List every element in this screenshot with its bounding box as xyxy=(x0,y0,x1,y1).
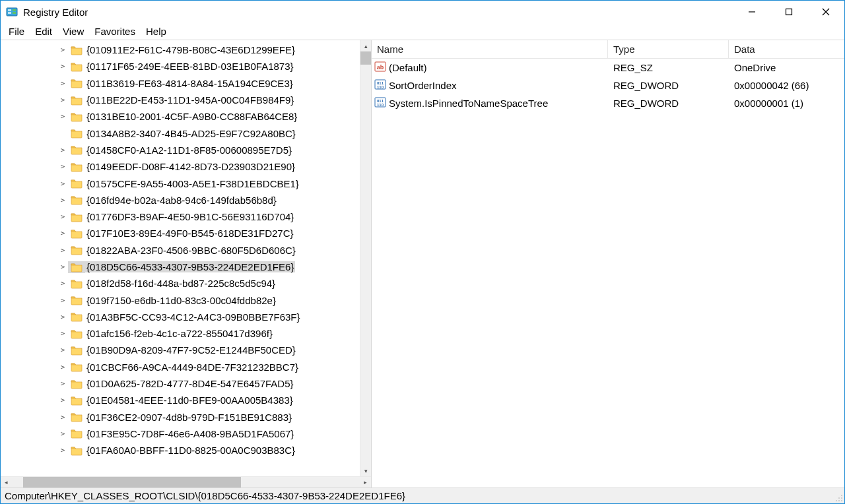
expander-icon[interactable]: > xyxy=(57,379,68,388)
tree-node[interactable]: >{011BE22D-E453-11D1-945A-00C04FB984F9} xyxy=(1,92,360,108)
value-row[interactable]: 011110System.IsPinnedToNameSpaceTreeREG_… xyxy=(372,94,844,112)
tree-node[interactable]: >{01CBCF66-A9CA-4449-84DE-7F321232BBC7} xyxy=(1,359,360,375)
close-button[interactable] xyxy=(807,1,844,23)
menu-favorites[interactable]: Favorites xyxy=(89,24,141,38)
expander-icon[interactable]: > xyxy=(57,212,68,221)
tree-node[interactable]: >{01FA60A0-BBFF-11D0-8825-00A0C903B83C} xyxy=(1,442,360,458)
expander-icon[interactable]: > xyxy=(57,62,68,71)
menu-view[interactable]: View xyxy=(57,24,89,38)
expander-icon[interactable]: > xyxy=(57,429,68,438)
tree-node[interactable]: >{01575CFE-9A55-4003-A5E1-F38D1EBDCBE1} xyxy=(1,175,360,191)
tree-vertical-scrollbar[interactable]: ▴ ▾ xyxy=(360,40,371,476)
scroll-track[interactable] xyxy=(12,477,360,488)
tree-node[interactable]: >{01776DF3-B9AF-4E50-9B1C-56E93116D704} xyxy=(1,208,360,225)
expander-icon[interactable]: > xyxy=(57,279,68,288)
expander-icon[interactable]: > xyxy=(57,446,68,455)
tree-node-label: {010911E2-F61C-479B-B08C-43E6D1299EFE} xyxy=(85,44,296,55)
tree-node[interactable]: >{01A3BF5C-CC93-4C12-A4C3-09B0BBE7F63F} xyxy=(1,309,360,325)
tree-node[interactable]: >{018f2d58-f16d-448a-bd87-225c8c5d5c94} xyxy=(1,275,360,292)
folder-icon xyxy=(68,77,85,89)
value-type-cell: REG_DWORD xyxy=(608,98,729,109)
tree-horizontal-scrollbar[interactable]: ◂ ▸ xyxy=(1,476,371,488)
expander-icon[interactable]: > xyxy=(57,329,68,338)
expander-icon[interactable]: > xyxy=(57,363,68,371)
value-type-cell: REG_SZ xyxy=(608,62,729,73)
values-list[interactable]: ab(Default)REG_SZOneDrive011110SortOrder… xyxy=(372,59,844,488)
tree-node[interactable]: >{01B90D9A-8209-47F7-9C52-E1244BF50CED} xyxy=(1,342,360,358)
expander-icon[interactable]: > xyxy=(57,46,68,54)
expander-icon[interactable]: > xyxy=(57,112,68,121)
folder-icon xyxy=(68,161,85,173)
tree-node[interactable]: >{01F3E95C-7D8F-46e6-A408-9BA5D1FA5067} xyxy=(1,425,360,442)
tree-node[interactable]: >{011B3619-FE63-4814-8A84-15A194CE9CE3} xyxy=(1,75,360,92)
column-header-type[interactable]: Type xyxy=(608,40,729,59)
scroll-thumb[interactable] xyxy=(360,51,371,65)
folder-icon xyxy=(68,328,85,340)
tree-node-label: {01FA60A0-BBFF-11D0-8825-00A0C903B83C} xyxy=(85,445,296,456)
scroll-left-arrow-icon[interactable]: ◂ xyxy=(1,477,12,488)
tree-node[interactable]: >{01afc156-f2eb-4c1c-a722-8550417d396f} xyxy=(1,325,360,342)
maximize-button[interactable] xyxy=(770,1,807,23)
expander-icon[interactable]: > xyxy=(57,196,68,205)
tree-node[interactable]: >{01D0A625-782D-4777-8D4E-547E6457FAD5} xyxy=(1,375,360,392)
tree-node[interactable]: >{01458CF0-A1A2-11D1-8F85-00600895E7D5} xyxy=(1,142,360,158)
folder-icon xyxy=(68,94,85,106)
tree-node[interactable]: >{01171F65-249E-4EEB-81BD-03E1B0FA1873} xyxy=(1,58,360,75)
expander-icon[interactable]: > xyxy=(57,96,68,104)
tree-node[interactable]: {0134A8B2-3407-4B45-AD25-E9F7C92A80BC} xyxy=(1,125,360,141)
tree-node[interactable]: >{010911E2-F61C-479B-B08C-43E6D1299EFE} xyxy=(1,42,360,58)
tree-node[interactable]: >{019f7150-e6db-11d0-83c3-00c04fddb82e} xyxy=(1,292,360,308)
tree-node[interactable]: >{018D5C66-4533-4307-9B53-224DE2ED1FE6} xyxy=(1,259,360,275)
menu-help[interactable]: Help xyxy=(141,24,172,38)
scroll-down-arrow-icon[interactable]: ▾ xyxy=(360,465,371,476)
binary-value-icon: 011110 xyxy=(374,96,389,110)
value-row[interactable]: ab(Default)REG_SZOneDrive xyxy=(372,59,844,77)
registry-tree[interactable]: >{010911E2-F61C-479B-B08C-43E6D1299EFE}>… xyxy=(1,40,360,476)
scroll-right-arrow-icon[interactable]: ▸ xyxy=(360,477,371,488)
expander-icon[interactable]: > xyxy=(57,179,68,188)
expander-icon[interactable]: > xyxy=(57,79,68,88)
scroll-up-arrow-icon[interactable]: ▴ xyxy=(360,40,371,51)
column-header-data[interactable]: Data xyxy=(729,40,844,59)
scroll-track[interactable] xyxy=(360,51,371,465)
titlebar[interactable]: Registry Editor xyxy=(1,1,844,23)
svg-rect-2 xyxy=(8,12,11,14)
folder-icon xyxy=(68,144,85,156)
expander-icon[interactable]: > xyxy=(57,162,68,171)
tree-node[interactable]: >{01F36CE2-0907-4d8b-979D-F151BE91C883} xyxy=(1,409,360,425)
expander-icon[interactable]: > xyxy=(57,346,68,354)
expander-icon[interactable]: > xyxy=(57,146,68,154)
column-header-name[interactable]: Name xyxy=(372,40,608,59)
expander-icon[interactable]: > xyxy=(57,313,68,321)
svg-point-22 xyxy=(841,500,842,501)
folder-icon xyxy=(68,411,85,423)
folder-icon xyxy=(68,61,85,73)
tree-node[interactable]: >{01822ABA-23F0-4506-9BBC-680F5D6D606C} xyxy=(1,242,360,259)
tree-node[interactable]: >{017F10E3-89E4-49F0-B545-618DE31FD27C} xyxy=(1,225,360,241)
value-type-cell: REG_DWORD xyxy=(608,80,729,91)
expander-icon[interactable]: > xyxy=(57,229,68,237)
tree-node[interactable]: >{016fd94e-b02a-4ab8-94c6-149fdab56b8d} xyxy=(1,192,360,208)
scroll-thumb[interactable] xyxy=(23,477,241,488)
minimize-button[interactable] xyxy=(733,1,770,23)
resize-grip-icon[interactable] xyxy=(834,493,843,502)
menu-edit[interactable]: Edit xyxy=(30,24,57,38)
tree-node[interactable]: >{0149EEDF-D08F-4142-8D73-D23903D21E90} xyxy=(1,158,360,175)
statusbar: Computer\HKEY_CLASSES_ROOT\CLSID\{018D5C… xyxy=(1,488,844,503)
window-frame: Registry Editor File Edit View Favorites… xyxy=(0,0,845,504)
svg-point-19 xyxy=(841,497,842,499)
tree-node-label: {011BE22D-E453-11D1-945A-00C04FB984F9} xyxy=(85,94,295,106)
tree-node-label: {01D0A625-782D-4777-8D4E-547E6457FAD5} xyxy=(85,378,295,389)
tree-node-label: {0134A8B2-3407-4B45-AD25-E9F7C92A80BC} xyxy=(85,128,297,139)
value-row[interactable]: 011110SortOrderIndexREG_DWORD0x00000042 … xyxy=(372,77,844,94)
expander-icon[interactable]: > xyxy=(57,263,68,271)
expander-icon[interactable]: > xyxy=(57,396,68,404)
tree-node[interactable]: >{0131BE10-2001-4C5F-A9B0-CC88FAB64CE8} xyxy=(1,108,360,125)
tree-node-label: {01776DF3-B9AF-4E50-9B1C-56E93116D704} xyxy=(85,211,295,222)
menu-file[interactable]: File xyxy=(3,24,30,38)
svg-rect-1 xyxy=(8,9,11,11)
expander-icon[interactable]: > xyxy=(57,296,68,305)
expander-icon[interactable]: > xyxy=(57,413,68,422)
expander-icon[interactable]: > xyxy=(57,246,68,255)
tree-node[interactable]: >{01E04581-4EEE-11d0-BFE9-00AA005B4383} xyxy=(1,392,360,408)
